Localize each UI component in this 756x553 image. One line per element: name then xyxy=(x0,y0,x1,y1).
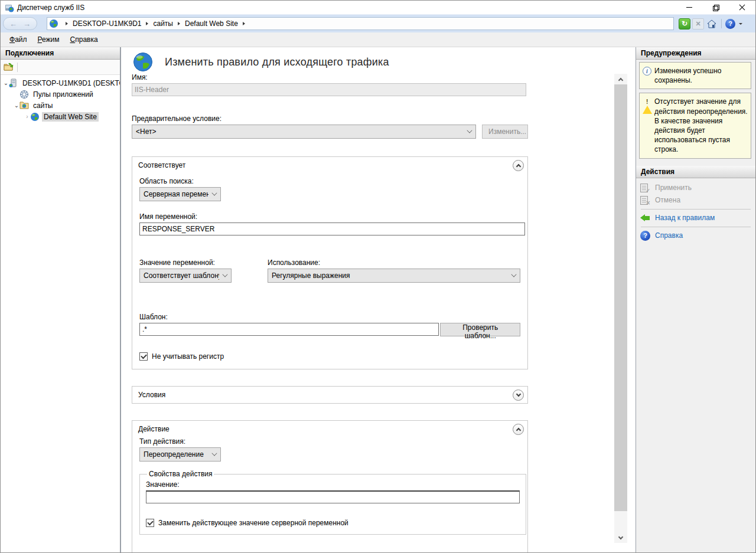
back-to-rules-link[interactable]: Назад к правилам xyxy=(636,212,755,224)
using-label: Использование: xyxy=(268,258,520,267)
conditions-section-header[interactable]: Условия xyxy=(132,387,527,403)
actions-header: Действия xyxy=(636,166,755,178)
chevron-down-icon xyxy=(467,127,472,133)
collapse-button[interactable] xyxy=(513,160,524,171)
close-button[interactable] xyxy=(729,1,755,14)
home-icon[interactable] xyxy=(706,18,718,30)
alert-text: Изменения успешно сохранены. xyxy=(654,66,748,85)
minimize-button[interactable] xyxy=(676,1,702,14)
apply-label: Применить xyxy=(655,184,692,192)
tree-item-sites[interactable]: ⌄ сайты xyxy=(1,100,120,111)
variable-name-label: Имя переменной: xyxy=(139,212,520,221)
toolbar-separator xyxy=(721,19,722,28)
help-dropdown-icon[interactable] xyxy=(739,23,742,25)
back-button[interactable]: ← xyxy=(9,20,17,28)
info-icon: i xyxy=(643,67,651,76)
ignore-case-label: Не учитывать регистр xyxy=(152,352,224,361)
back-to-rules-label: Назад к правилам xyxy=(655,214,715,222)
pattern-field[interactable] xyxy=(139,323,439,336)
tree-item-label: сайты xyxy=(31,101,55,110)
stop-icon: ✕ xyxy=(692,18,704,30)
help-icon[interactable]: ? xyxy=(725,19,735,29)
alerts-header: Предупреждения xyxy=(636,47,755,60)
toolbar-separator xyxy=(17,63,18,72)
match-section: Соответствует Область поиска: Серверная … xyxy=(132,156,528,369)
cancel-label: Отмена xyxy=(655,196,680,204)
apply-icon: ✓ xyxy=(640,184,648,192)
scroll-down-button[interactable] xyxy=(614,532,627,543)
action-type-label: Тип действия: xyxy=(139,437,520,446)
separator xyxy=(641,227,751,227)
using-select[interactable]: Регулярные выражения xyxy=(268,269,520,283)
menu-file[interactable]: Файл xyxy=(4,34,32,45)
connections-panel: Подключения ⌄ DESKTOP-U1MK9D1 (DESKTOP П… xyxy=(1,47,121,553)
help-link[interactable]: ? Справка xyxy=(636,230,755,242)
globe-icon xyxy=(49,19,58,28)
alert-info: i Изменения успешно сохранены. xyxy=(639,62,751,89)
warning-icon xyxy=(643,97,652,114)
action-type-select[interactable]: Переопределение xyxy=(139,447,221,462)
breadcrumb-item-sites[interactable]: сайты xyxy=(153,19,173,28)
replace-value-checkbox[interactable] xyxy=(146,519,154,527)
action-value-field[interactable] xyxy=(146,490,520,503)
using-value: Регулярные выражения xyxy=(272,271,508,280)
name-field xyxy=(132,83,526,96)
scope-select[interactable]: Серверная переменн xyxy=(139,187,221,201)
tree-item-label: Default Web Site xyxy=(42,112,99,122)
action-section-header[interactable]: Действие xyxy=(132,421,527,437)
apply-button[interactable]: ✓ Применить xyxy=(636,182,755,194)
name-label: Имя: xyxy=(132,73,528,81)
precondition-select[interactable]: <Нет> xyxy=(132,125,476,139)
edit-precondition-button[interactable]: Изменить... xyxy=(482,125,528,139)
tree-item-app-pools[interactable]: Пулы приложений xyxy=(1,89,120,100)
forward-button[interactable]: → xyxy=(23,20,31,28)
chevron-up-icon xyxy=(618,77,623,82)
action-section-title: Действие xyxy=(138,425,513,433)
chevron-down-icon xyxy=(516,391,520,396)
collapse-button[interactable] xyxy=(513,424,524,435)
match-section-title: Соответствует xyxy=(138,161,513,169)
breadcrumb-item-server[interactable]: DESKTOP-U1MK9D1 xyxy=(73,19,141,28)
app-pools-icon xyxy=(19,90,30,99)
restore-button[interactable] xyxy=(702,1,729,14)
site-globe-icon xyxy=(30,112,40,122)
variable-value-value: Соответствует шаблону xyxy=(144,271,219,280)
menu-help[interactable]: Справка xyxy=(65,34,103,45)
close-icon xyxy=(739,4,745,11)
variable-value-select[interactable]: Соответствует шаблону xyxy=(139,269,232,283)
separator xyxy=(641,209,751,210)
ignore-case-checkbox[interactable] xyxy=(139,352,148,361)
tree-item-server[interactable]: ⌄ DESKTOP-U1MK9D1 (DESKTOP xyxy=(1,77,120,89)
help-label: Справка xyxy=(655,231,683,240)
server-icon xyxy=(9,78,19,88)
variable-name-field[interactable] xyxy=(139,222,525,235)
menu-bar: Файл Режим Справка xyxy=(1,32,755,47)
cancel-button[interactable]: ✕ Отмена xyxy=(636,194,755,207)
test-pattern-button[interactable]: Проверить шаблон... xyxy=(440,323,520,336)
alert-text: Отсутствует значение для действия переоп… xyxy=(654,97,748,154)
alert-warning: Отсутствует значение для действия переоп… xyxy=(639,93,751,158)
app-icon xyxy=(5,3,14,12)
save-connection-icon[interactable] xyxy=(4,63,14,71)
scope-label: Область поиска: xyxy=(139,177,520,185)
chevron-down-icon[interactable]: ⌄ xyxy=(3,80,9,86)
restore-icon xyxy=(713,5,719,11)
scrollbar-thumb[interactable] xyxy=(614,84,627,511)
chevron-down-icon[interactable]: ⌄ xyxy=(14,102,19,109)
menu-view[interactable]: Режим xyxy=(32,34,65,45)
content-panel: Изменить правило для исходящего трафика … xyxy=(121,47,636,553)
breadcrumb-item-default-web-site[interactable]: Default Web Site xyxy=(185,19,238,28)
tree-item-default-web-site[interactable]: › Default Web Site xyxy=(1,111,120,122)
scroll-up-button[interactable] xyxy=(614,74,627,84)
chevron-right-icon[interactable]: › xyxy=(24,113,30,120)
expand-button[interactable] xyxy=(513,390,524,401)
breadcrumb[interactable]: DESKTOP-U1MK9D1 сайты Default Web Site xyxy=(47,17,674,30)
back-arrow-icon xyxy=(640,214,645,221)
scope-value: Серверная переменн xyxy=(144,190,208,198)
connections-header: Подключения xyxy=(1,47,120,60)
match-section-header[interactable]: Соответствует xyxy=(132,157,527,174)
actions-list: ✓ Применить ✕ Отмена Назад к правилам ? … xyxy=(636,178,755,242)
scrollbar[interactable] xyxy=(614,74,627,543)
help-icon: ? xyxy=(640,231,650,241)
refresh-icon[interactable]: ↻ xyxy=(679,18,690,30)
